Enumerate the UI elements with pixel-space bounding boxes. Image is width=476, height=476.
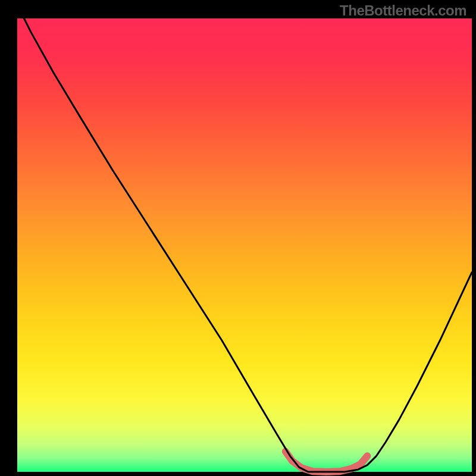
watermark-text: TheBottleneck.com xyxy=(340,2,466,19)
chart-svg xyxy=(0,0,476,476)
chart-container: TheBottleneck.com xyxy=(0,0,476,476)
plot-background xyxy=(17,18,472,472)
